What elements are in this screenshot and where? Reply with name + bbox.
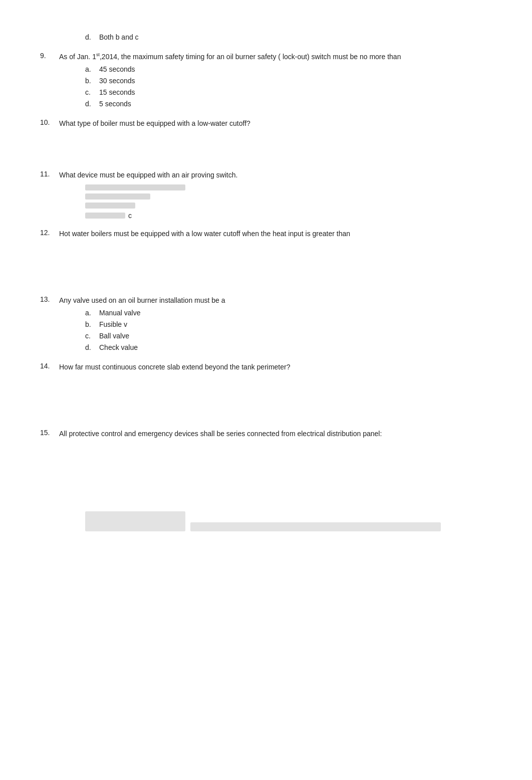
question-number: 15. — [40, 429, 59, 437]
redacted-line-3 — [85, 203, 135, 209]
answer-text: 45 seconds — [99, 64, 135, 75]
redacted-line-2 — [85, 193, 150, 200]
bottom-redacted-box — [85, 511, 185, 531]
question-10: 10. What type of boiler must be equipped… — [40, 118, 492, 161]
question-text: Any valve used on an oil burner installa… — [59, 295, 225, 306]
answer-text: Fusible v — [99, 319, 127, 330]
question-number: 13. — [40, 295, 59, 303]
answer-letter: a. — [85, 64, 99, 75]
answer-letter: d. — [85, 342, 99, 353]
answer-letter: c. — [85, 331, 99, 341]
redacted-line-1 — [85, 184, 185, 190]
answer-letter: b. — [85, 319, 99, 330]
answer-text: Check value — [99, 342, 138, 353]
answer-item-d: d. Check value — [85, 342, 492, 353]
question-number: 12. — [40, 229, 59, 237]
answer-item-a: a. 45 seconds — [85, 64, 492, 75]
answer-item-b: b. Fusible v — [85, 319, 492, 330]
answer-item-b: b. 30 seconds — [85, 76, 492, 86]
answer-text: Ball valve — [99, 331, 129, 341]
question-15: 15. All protective control and emergency… — [40, 429, 492, 531]
answer-d-bothbandc: d. Both b and c — [40, 32, 492, 43]
question-9: 9. As of Jan. 1st,2014, the maximum safe… — [40, 52, 492, 109]
question-number: 14. — [40, 362, 59, 370]
answer-letter: b. — [85, 76, 99, 86]
answer-item-a: a. Manual valve — [85, 308, 492, 318]
question-number: 9. — [40, 52, 59, 60]
question-text: As of Jan. 1st,2014, the maximum safety … — [59, 52, 401, 62]
answer-letter: c. — [85, 87, 99, 98]
answer-item: d. Both b and c — [85, 32, 492, 43]
bottom-image-area — [85, 511, 492, 531]
question-number: 11. — [40, 170, 59, 178]
question-text: Hot water boilers must be equipped with … — [59, 229, 350, 239]
answer-list: a. 45 seconds b. 30 seconds c. 15 second… — [85, 64, 492, 109]
answer-text: 30 seconds — [99, 76, 135, 86]
redacted-content: c — [85, 184, 492, 220]
question-text: What type of boiler must be equipped wit… — [59, 118, 250, 129]
question-number: 10. — [40, 118, 59, 126]
answer-letter: d. — [85, 99, 99, 109]
answer-letter: d. — [85, 32, 99, 43]
redacted-line-4 — [85, 213, 125, 219]
bottom-redacted-line — [190, 522, 441, 531]
question-text: What device must be equipped with an air… — [59, 170, 237, 180]
answer-item-d: d. 5 seconds — [85, 99, 492, 109]
answer-text: 5 seconds — [99, 99, 131, 109]
redacted-c-line: c — [85, 212, 492, 220]
question-text: All protective control and emergency dev… — [59, 429, 382, 439]
question-text: How far must continuous concrete slab ex… — [59, 362, 290, 372]
answer-list: a. Manual valve b. Fusible v c. Ball val… — [85, 308, 492, 353]
answer-text: Both b and c — [99, 32, 139, 43]
answer-letter: a. — [85, 308, 99, 318]
answer-text: Manual valve — [99, 308, 141, 318]
question-14: 14. How far must continuous concrete sla… — [40, 362, 492, 420]
question-13: 13. Any valve used on an oil burner inst… — [40, 295, 492, 353]
answer-item-c: c. 15 seconds — [85, 87, 492, 98]
question-11: 11. What device must be equipped with an… — [40, 170, 492, 220]
redacted-c-label: c — [128, 212, 132, 220]
answer-item-c: c. Ball valve — [85, 331, 492, 341]
question-12: 12. Hot water boilers must be equipped w… — [40, 229, 492, 286]
answer-text: 15 seconds — [99, 87, 135, 98]
